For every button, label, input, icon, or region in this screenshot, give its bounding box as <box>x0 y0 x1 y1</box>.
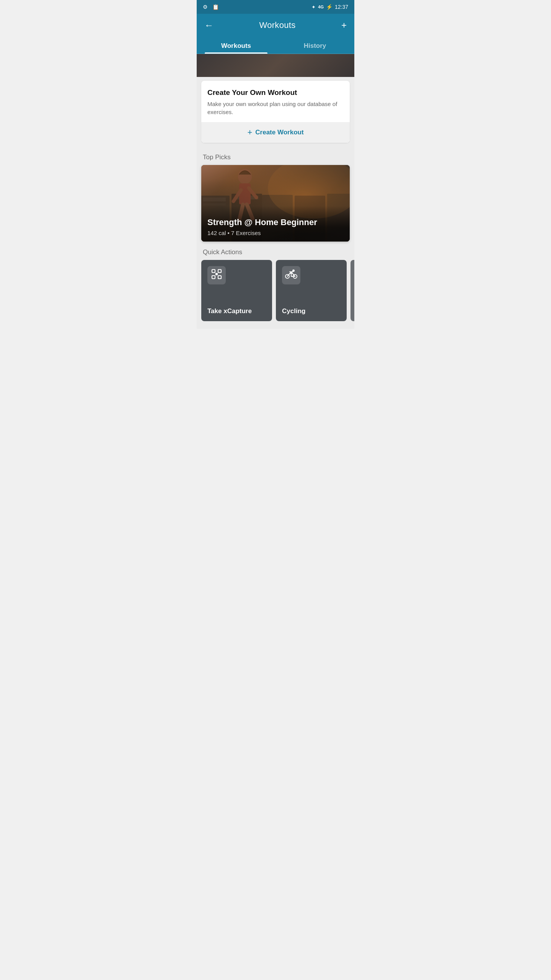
top-picks-meta: 142 cal • 7 Exercises <box>207 230 344 236</box>
svg-rect-16 <box>218 270 221 273</box>
exercises-label: 7 Exercises <box>231 230 261 236</box>
top-bar: ← Workouts + <box>197 14 354 37</box>
create-workout-card: Create Your Own Workout Make your own wo… <box>201 81 350 143</box>
cycling-icon-wrap <box>282 266 300 284</box>
meta-separator: • <box>228 230 231 236</box>
quick-action-cycling[interactable]: Cycling <box>276 260 347 321</box>
time-display: 12:37 <box>335 4 348 10</box>
cycling-label: Cycling <box>282 307 341 315</box>
cycling-icon <box>285 269 297 282</box>
svg-rect-15 <box>212 270 215 273</box>
scan-icon <box>211 269 222 282</box>
back-button[interactable]: ← <box>203 18 215 32</box>
status-right-icons: ✦ 4G ⚡ 12:37 <box>311 4 348 10</box>
create-workout-button[interactable]: + Create Workout <box>201 122 350 143</box>
create-workout-label: Create Workout <box>255 129 303 136</box>
signal-icon: 4G <box>318 5 324 9</box>
create-card-title: Create Your Own Workout <box>207 88 344 97</box>
svg-rect-17 <box>212 276 215 279</box>
battery-icon: ⚡ <box>326 4 333 10</box>
top-picks-workout-title: Strength @ Home Beginner <box>207 217 344 227</box>
svg-rect-1 <box>203 198 226 201</box>
quick-actions-header: Quick Actions <box>197 242 354 260</box>
quick-action-partial[interactable] <box>350 260 354 321</box>
xcapture-icon-wrap <box>207 266 226 284</box>
create-plus-icon: + <box>247 128 252 137</box>
bluetooth-icon: ✦ <box>311 4 316 10</box>
tab-history[interactable]: History <box>276 37 354 54</box>
quick-action-xcapture[interactable]: Take xCapture <box>201 260 272 321</box>
main-content: Create Your Own Workout Make your own wo… <box>197 54 354 329</box>
page-title: Workouts <box>259 20 296 30</box>
image-strip <box>197 54 354 77</box>
tab-workouts[interactable]: Workouts <box>197 37 276 54</box>
svg-rect-18 <box>218 276 221 279</box>
top-picks-card[interactable]: Strength @ Home Beginner 142 cal • 7 Exe… <box>201 165 350 242</box>
quick-actions-grid: Take xCapture <box>197 260 354 329</box>
top-picks-overlay: Strength @ Home Beginner 142 cal • 7 Exe… <box>201 206 350 242</box>
create-card-desc: Make your own workout plan using our dat… <box>207 100 344 116</box>
add-button[interactable]: + <box>340 18 348 32</box>
clipboard-icon: 📋 <box>212 4 219 10</box>
svg-rect-19 <box>215 273 218 275</box>
status-bar: ⚙ 📋 ✦ 4G ⚡ 12:37 <box>197 0 354 14</box>
svg-rect-2 <box>203 203 226 206</box>
xcapture-label: Take xCapture <box>207 307 266 315</box>
calories-label: 142 cal <box>207 230 226 236</box>
status-left-icons: ⚙ 📋 <box>203 4 219 10</box>
tab-bar: Workouts History <box>197 37 354 54</box>
svg-point-28 <box>292 270 295 272</box>
top-picks-header: Top Picks <box>197 147 354 165</box>
gear-icon: ⚙ <box>203 4 208 10</box>
